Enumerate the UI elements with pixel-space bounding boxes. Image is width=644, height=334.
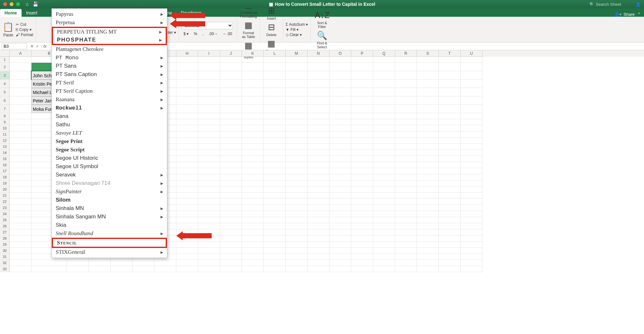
cell-P7[interactable]: [351, 105, 373, 113]
cell-T2[interactable]: [439, 63, 461, 71]
cell-P25[interactable]: [351, 217, 373, 223]
cell-J11[interactable]: [220, 131, 242, 138]
cell-O30[interactable]: [329, 248, 351, 254]
cell-R26[interactable]: [395, 223, 417, 229]
cell-P12[interactable]: [351, 138, 373, 144]
cell-P21[interactable]: [351, 193, 373, 199]
cell-K3[interactable]: [242, 71, 264, 80]
cell-J22[interactable]: [220, 199, 242, 205]
select-all-corner[interactable]: [0, 50, 10, 57]
cell-O16[interactable]: [329, 162, 351, 168]
row-header[interactable]: 26: [0, 223, 10, 229]
cell-H33[interactable]: [176, 266, 198, 272]
cell-N4[interactable]: [308, 80, 329, 88]
cell-J10[interactable]: [220, 125, 242, 131]
cell-T24[interactable]: [439, 211, 461, 217]
cell-K22[interactable]: [242, 199, 264, 205]
cell-I13[interactable]: [198, 144, 220, 150]
cell-P15[interactable]: [351, 156, 373, 162]
font-item-rockwell[interactable]: Rockwell▶: [52, 104, 167, 112]
cell-Q21[interactable]: [373, 193, 395, 199]
cell-K27[interactable]: [242, 229, 264, 235]
cell-S14[interactable]: [417, 150, 439, 156]
cell-M33[interactable]: [286, 266, 308, 272]
cell-R31[interactable]: [395, 254, 417, 260]
cell-Q29[interactable]: [373, 242, 395, 248]
cell-A6[interactable]: [10, 96, 32, 105]
fill-button[interactable]: ▼ Fill ▾: [286, 27, 308, 32]
row-header[interactable]: 20: [0, 186, 10, 193]
cancel-formula-icon[interactable]: ✕: [30, 44, 34, 49]
cell-S23[interactable]: [417, 205, 439, 211]
cell-S5[interactable]: [417, 88, 439, 96]
row-header[interactable]: 28: [0, 235, 10, 242]
cell-N9[interactable]: [308, 119, 329, 125]
cell-I20[interactable]: [198, 186, 220, 193]
cell-D32[interactable]: [89, 260, 111, 266]
cell-T23[interactable]: [439, 205, 461, 211]
cell-A32[interactable]: [10, 260, 32, 266]
cell-S28[interactable]: [417, 235, 439, 242]
cell-U24[interactable]: [461, 211, 483, 217]
cell-L6[interactable]: [264, 96, 286, 105]
cell-N26[interactable]: [308, 223, 329, 229]
cell-J17[interactable]: [220, 168, 242, 174]
cell-M23[interactable]: [286, 205, 308, 211]
cell-S19[interactable]: [417, 180, 439, 186]
cell-I17[interactable]: [198, 168, 220, 174]
cell-P33[interactable]: [351, 266, 373, 272]
cell-N8[interactable]: [308, 113, 329, 119]
cell-H13[interactable]: [176, 144, 198, 150]
cell-A11[interactable]: [10, 131, 32, 138]
cell-T17[interactable]: [439, 168, 461, 174]
cell-S32[interactable]: [417, 260, 439, 266]
cell-B32[interactable]: [32, 260, 67, 266]
cell-R22[interactable]: [395, 199, 417, 205]
cell-S26[interactable]: [417, 223, 439, 229]
cell-A4[interactable]: [10, 80, 32, 88]
cell-O14[interactable]: [329, 150, 351, 156]
font-item-pt-mono[interactable]: PT Mono▶: [52, 53, 167, 62]
cell-N27[interactable]: [308, 229, 329, 235]
cell-I26[interactable]: [198, 223, 220, 229]
font-item-plantagenet-cherokee[interactable]: Plantagenet Cherokee: [52, 45, 167, 53]
row-header[interactable]: 33: [0, 266, 10, 272]
cell-T11[interactable]: [439, 131, 461, 138]
cell-L14[interactable]: [264, 150, 286, 156]
cell-T14[interactable]: [439, 150, 461, 156]
cell-M17[interactable]: [286, 168, 308, 174]
cell-S13[interactable]: [417, 144, 439, 150]
cell-J32[interactable]: [220, 260, 242, 266]
cell-S21[interactable]: [417, 193, 439, 199]
cell-I16[interactable]: [198, 162, 220, 168]
cell-T21[interactable]: [439, 193, 461, 199]
cell-A9[interactable]: [10, 119, 32, 125]
font-item-skia[interactable]: Skia: [52, 221, 167, 229]
cell-P22[interactable]: [351, 199, 373, 205]
cell-O5[interactable]: [329, 88, 351, 96]
column-header-S[interactable]: S: [417, 50, 439, 57]
cell-A22[interactable]: [10, 199, 32, 205]
cell-U10[interactable]: [461, 125, 483, 131]
cell-K2[interactable]: [242, 63, 264, 71]
column-header-P[interactable]: P: [351, 50, 373, 57]
cell-R2[interactable]: [395, 63, 417, 71]
cell-J3[interactable]: [220, 71, 242, 80]
cell-J12[interactable]: [220, 138, 242, 144]
cell-R14[interactable]: [395, 150, 417, 156]
cell-P18[interactable]: [351, 174, 373, 180]
cell-H25[interactable]: [176, 217, 198, 223]
fx-icon[interactable]: fx: [41, 44, 49, 49]
cell-U1[interactable]: [461, 57, 483, 63]
cell-I6[interactable]: [198, 96, 220, 105]
cell-A29[interactable]: [10, 242, 32, 248]
cell-N32[interactable]: [308, 260, 329, 266]
cell-R1[interactable]: [395, 57, 417, 63]
cell-A13[interactable]: [10, 144, 32, 150]
percent-button[interactable]: %: [192, 31, 199, 37]
cell-R16[interactable]: [395, 162, 417, 168]
cell-H30[interactable]: [176, 248, 198, 254]
cell-U5[interactable]: [461, 88, 483, 96]
cell-K25[interactable]: [242, 217, 264, 223]
cell-O1[interactable]: [329, 57, 351, 63]
